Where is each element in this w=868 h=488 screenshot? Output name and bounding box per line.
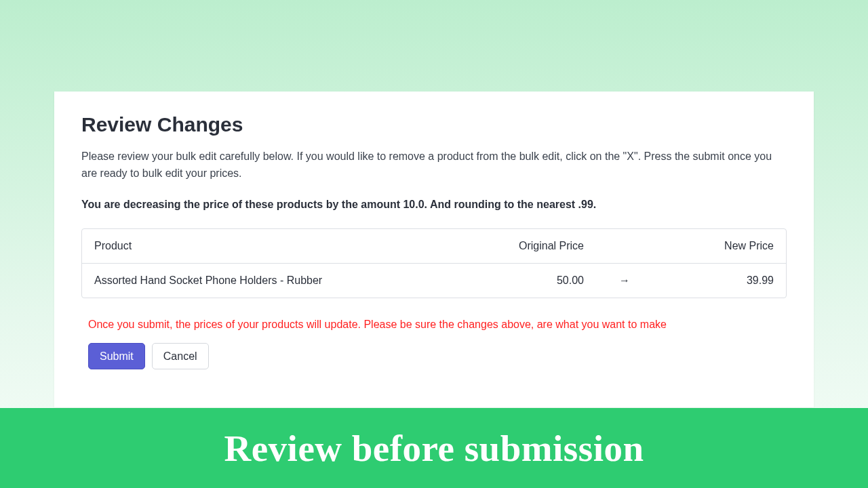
page-title: Review Changes: [81, 113, 787, 136]
th-original-price: Original Price: [462, 240, 584, 252]
price-table: Product Original Price New Price Assorte…: [81, 228, 787, 298]
table-header-row: Product Original Price New Price: [82, 229, 786, 264]
intro-text: Please review your bulk edit carefully b…: [81, 148, 787, 182]
table-row: Assorted Hand Socket Phone Holders - Rub…: [82, 264, 786, 298]
warning-text: Once you submit, the prices of your prod…: [88, 319, 787, 331]
footer-banner: Review before submission: [0, 408, 868, 488]
review-card: Review Changes Please review your bulk e…: [54, 92, 814, 407]
cell-new-price: 39.99: [665, 274, 774, 287]
cell-product-name: Assorted Hand Socket Phone Holders - Rub…: [94, 274, 462, 287]
banner-text: Review before submission: [224, 427, 644, 470]
th-product: Product: [94, 240, 462, 252]
cancel-button[interactable]: Cancel: [152, 343, 209, 369]
arrow-icon: →: [584, 274, 665, 287]
submit-button[interactable]: Submit: [88, 343, 145, 369]
cell-original-price: 50.00: [462, 274, 584, 287]
edit-summary: You are decreasing the price of these pr…: [81, 199, 787, 211]
th-new-price: New Price: [665, 240, 774, 252]
action-buttons: Submit Cancel: [88, 343, 787, 369]
